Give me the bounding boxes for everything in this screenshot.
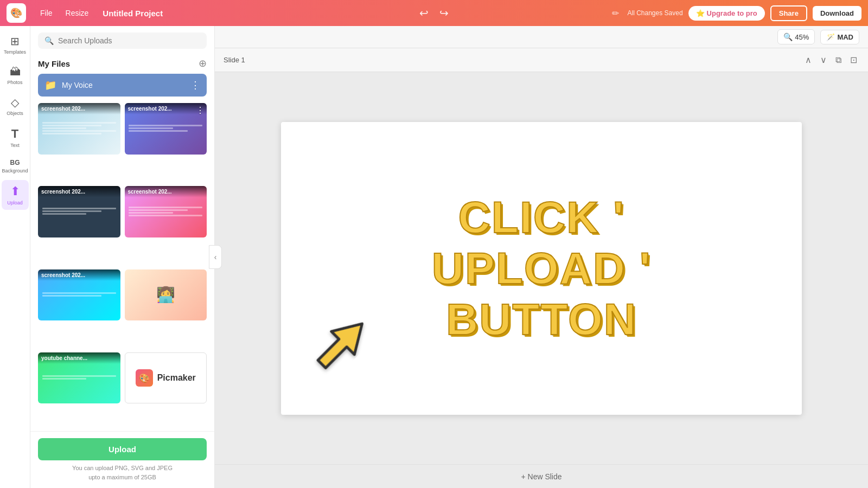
folder-more-icon[interactable]: ⋮ [190, 79, 200, 91]
topbar-center-controls: ↩ ↪ [419, 7, 449, 20]
sidebar-item-text-label: Text [10, 143, 20, 148]
share-button[interactable]: Share [770, 5, 807, 21]
undo-icon[interactable]: ↩ [419, 7, 429, 20]
menu-resize[interactable]: Resize [60, 7, 94, 20]
slide-text-line1: CLICK ' UPLOAD ' [411, 191, 672, 294]
canvas-controls: ∧ ∨ ⧉ ⊡ [803, 53, 859, 67]
thumbnails-grid: screenshot 202... screenshot 202... ⋮ sc… [30, 103, 214, 431]
thumbnail-item-5[interactable]: screenshot 202... [38, 269, 120, 321]
sidebar-item-objects[interactable]: ◇ Objects [2, 92, 29, 120]
upload-bottom: Upload You can upload PNG, SVG and JPEG … [30, 431, 214, 488]
redo-icon[interactable]: ↪ [439, 7, 449, 20]
user-badge-label: MAD [837, 33, 853, 41]
thumbnail-item-4[interactable]: screenshot 202... [125, 186, 207, 237]
upload-hint: You can upload PNG, SVG and JPEG upto a … [38, 464, 207, 481]
topbar-right: All Changes Saved ⭐ Upgrade to pro Share… [628, 5, 862, 21]
thumbnail-item-3[interactable]: screenshot 202... [38, 186, 120, 237]
sidebar-item-background[interactable]: BG Background [2, 155, 29, 178]
my-files-title: My Files [38, 59, 70, 68]
uploads-panel: 🔍 My Files ⊕ 📁 My Voice ⋮ screenshot 202… [30, 26, 215, 488]
topright-bar: 🔍 45% 🪄 MAD [215, 26, 868, 48]
zoom-level: 45% [795, 33, 809, 41]
upload-hint-line1: You can upload PNG, SVG and JPEG [72, 465, 173, 471]
thumbnail-item-8[interactable]: 🎨 Picmaker [125, 352, 207, 404]
sidebar-item-templates[interactable]: ⊞ Templates [2, 30, 29, 59]
folder-name: My Voice [62, 81, 185, 89]
search-input[interactable] [58, 36, 200, 45]
slide-title: Slide 1 [224, 56, 245, 64]
folder-icon: 📁 [44, 79, 56, 91]
slide-main-text: CLICK ' UPLOAD ' BUTTON [411, 191, 672, 345]
svg-marker-0 [310, 312, 374, 375]
folder-item-myvoice[interactable]: 📁 My Voice ⋮ [38, 74, 207, 97]
search-input-wrap: 🔍 [38, 33, 207, 49]
download-button[interactable]: Download [813, 6, 861, 21]
star-icon: ⭐ [696, 9, 705, 17]
collapse-panel-button[interactable]: ‹ [209, 245, 222, 269]
canvas-bottom: + New Slide [215, 464, 868, 488]
app-logo: 🎨 [7, 3, 26, 23]
expand-slide-button[interactable]: ⊡ [848, 53, 859, 67]
thumbnail-item-7[interactable]: youtube channe... [38, 352, 120, 404]
upgrade-label: Upgrade to pro [707, 9, 757, 17]
canvas-area: 🔍 45% 🪄 MAD Slide 1 ∧ ∨ ⧉ ⊡ CLICK ' UPLO… [215, 26, 868, 488]
add-folder-icon[interactable]: ⊕ [199, 57, 207, 69]
sidebar-item-background-label: Background [2, 168, 28, 174]
arrow-overlay [289, 299, 392, 392]
slide-canvas[interactable]: CLICK ' UPLOAD ' BUTTON [281, 122, 802, 415]
duplicate-slide-button[interactable]: ⧉ [833, 53, 844, 67]
save-status: All Changes Saved [628, 9, 683, 17]
my-files-header: My Files ⊕ [30, 53, 214, 74]
upload-icon: ⬆ [10, 184, 20, 198]
sidebar-item-photos[interactable]: 🏔 Photos [2, 61, 29, 89]
upload-hint-line2: upto a maximum of 25GB [88, 474, 156, 480]
sidebar-item-upload-label: Upload [7, 200, 23, 206]
text-icon: T [11, 127, 18, 141]
objects-icon: ◇ [11, 96, 19, 109]
sidebar-item-objects-label: Objects [7, 111, 23, 116]
slide-down-button[interactable]: ∨ [818, 53, 829, 67]
background-icon: BG [10, 159, 20, 166]
icon-sidebar: ⊞ Templates 🏔 Photos ◇ Objects T Text BG… [0, 26, 30, 488]
canvas-wrapper: CLICK ' UPLOAD ' BUTTON [215, 72, 868, 464]
sidebar-item-text[interactable]: T Text [2, 123, 29, 152]
zoom-icon: 🔍 [783, 33, 793, 41]
thumbnail-item-6[interactable]: 👩‍💻 [125, 269, 207, 321]
slide-topbar: Slide 1 ∧ ∨ ⧉ ⊡ [215, 48, 868, 72]
search-area: 🔍 [30, 26, 214, 53]
topbar-menu: File Resize [35, 7, 94, 20]
sidebar-item-photos-label: Photos [7, 80, 22, 85]
upload-button[interactable]: Upload [38, 438, 207, 460]
picmaker-text: Picmaker [157, 373, 196, 383]
menu-file[interactable]: File [35, 7, 58, 20]
picmaker-logo-icon: 🎨 [136, 369, 153, 387]
sidebar-item-upload[interactable]: ⬆ Upload [2, 180, 29, 210]
project-title[interactable]: Untitled Project [103, 9, 603, 18]
sidebar-item-templates-label: Templates [4, 49, 26, 55]
pencil-icon[interactable]: ✏ [612, 8, 619, 18]
templates-icon: ⊞ [10, 35, 20, 48]
upgrade-button[interactable]: ⭐ Upgrade to pro [688, 6, 765, 21]
wand-icon: 🪄 [826, 33, 835, 41]
slide-up-button[interactable]: ∧ [803, 53, 814, 67]
new-slide-button[interactable]: + New Slide [510, 468, 572, 485]
topbar: 🎨 File Resize Untitled Project ✏ ↩ ↪ All… [0, 0, 868, 26]
thumbnail-item-2[interactable]: screenshot 202... ⋮ [125, 103, 207, 155]
photos-icon: 🏔 [10, 66, 21, 78]
user-badge[interactable]: 🪄 MAD [820, 30, 859, 44]
zoom-indicator[interactable]: 🔍 45% [777, 29, 815, 44]
search-icon: 🔍 [44, 36, 54, 45]
main-layout: ⊞ Templates 🏔 Photos ◇ Objects T Text BG… [0, 26, 868, 488]
slide-text-line2: BUTTON [411, 294, 672, 345]
thumbnail-item-1[interactable]: screenshot 202... [38, 103, 120, 155]
